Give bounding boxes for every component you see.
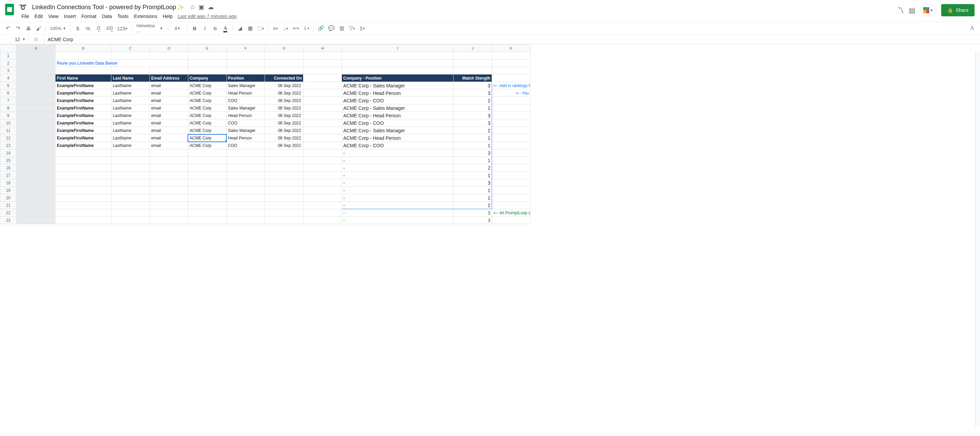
activity-icon[interactable]: 〽 [897, 6, 904, 14]
cell[interactable] [304, 209, 342, 217]
cell-company-position[interactable]: - [342, 217, 453, 224]
header-position[interactable]: Position [226, 75, 265, 82]
col-header-G[interactable]: G [265, 44, 304, 52]
star-icon[interactable]: ☆ [190, 3, 195, 11]
menu-insert[interactable]: Insert [62, 12, 78, 21]
cell-date[interactable]: 06 Sep 2022 [265, 127, 304, 134]
cell-match[interactable]: 3 [453, 82, 492, 89]
cell[interactable] [150, 157, 188, 164]
cell[interactable] [226, 172, 265, 179]
cell[interactable] [304, 157, 342, 164]
cell-company-position[interactable]: - [342, 157, 453, 164]
cell[interactable] [304, 149, 342, 157]
cell[interactable] [342, 67, 453, 75]
cell[interactable] [304, 60, 342, 67]
cell[interactable] [16, 75, 56, 82]
cell[interactable] [16, 172, 56, 179]
cell-company-position[interactable]: ACME Corp - Head Person [342, 89, 453, 97]
cell[interactable] [226, 194, 265, 202]
cell[interactable] [492, 127, 531, 134]
cell[interactable] [265, 209, 304, 217]
cell[interactable] [304, 134, 342, 142]
cell[interactable] [492, 75, 531, 82]
cell-first-name[interactable]: ExampleFirstName [56, 127, 111, 134]
cell[interactable] [111, 179, 150, 187]
cell-email[interactable]: email [150, 127, 188, 134]
cell[interactable] [453, 60, 492, 67]
share-button[interactable]: 🔒 Share [941, 4, 975, 16]
cell[interactable] [111, 194, 150, 202]
cell-position[interactable]: COO [226, 97, 265, 105]
italic-button[interactable]: I [200, 24, 209, 33]
header-last-name[interactable]: Last Name [111, 75, 150, 82]
cell[interactable] [16, 97, 56, 105]
cell-match[interactable]: 2 [453, 97, 492, 105]
cell-first-name[interactable]: ExampleFirstName [56, 142, 111, 149]
row-header[interactable]: 4 [0, 75, 16, 82]
col-header-B[interactable]: B [56, 44, 111, 52]
decrease-decimal-button[interactable]: .0̲ [94, 24, 102, 33]
cell-email[interactable]: email [150, 89, 188, 97]
cell[interactable] [111, 52, 150, 60]
row-header[interactable]: 20 [0, 194, 16, 202]
cell[interactable] [226, 67, 265, 75]
cell[interactable] [188, 187, 226, 194]
cell-company[interactable]: ACME Corp [188, 112, 226, 119]
spreadsheet-grid[interactable]: A B C D E F G H I J K 12Paste you Linked… [0, 44, 980, 426]
borders-button[interactable]: ▦ [246, 24, 255, 33]
cell-position[interactable]: Sales Manager [226, 82, 265, 89]
cell[interactable] [150, 202, 188, 209]
cell[interactable] [111, 187, 150, 194]
strike-button[interactable]: S [211, 24, 220, 33]
cell[interactable] [265, 187, 304, 194]
cell-company[interactable]: ACME Corp [188, 142, 226, 149]
cell[interactable] [16, 134, 56, 142]
cell[interactable] [56, 187, 111, 194]
font-size-input[interactable]: 8 ▼ [171, 24, 185, 33]
cell[interactable] [304, 127, 342, 134]
cell[interactable] [304, 217, 342, 224]
cell[interactable] [56, 194, 111, 202]
cell[interactable] [150, 149, 188, 157]
cell[interactable] [16, 194, 56, 202]
cell[interactable] [16, 209, 56, 217]
name-box[interactable]: 12▼ [0, 35, 29, 44]
cell-company-position[interactable]: - [342, 187, 453, 194]
cell[interactable] [188, 179, 226, 187]
cell[interactable] [492, 179, 531, 187]
cell[interactable] [111, 217, 150, 224]
merge-button[interactable]: ⬚ ▾ [256, 24, 265, 33]
cell-company-position[interactable]: ACME Corp - COO [342, 119, 453, 127]
cell[interactable] [265, 157, 304, 164]
cell[interactable] [226, 157, 265, 164]
menu-format[interactable]: Format [79, 12, 99, 21]
cell-position[interactable]: COO [226, 119, 265, 127]
cell[interactable] [492, 194, 531, 202]
cell-first-name[interactable]: ExampleFirstName [56, 105, 111, 112]
header-match[interactable]: Match Stength [453, 75, 492, 82]
cell-email[interactable]: email [150, 134, 188, 142]
cell[interactable] [226, 202, 265, 209]
row-header[interactable]: 1 [0, 52, 16, 60]
last-edit-link[interactable]: Last edit was 7 minutes ago [176, 14, 237, 19]
cell-position[interactable]: Head Person [226, 134, 265, 142]
cell[interactable] [226, 209, 265, 217]
cell-company-position[interactable]: - [342, 209, 453, 217]
zoom-select[interactable]: 100%▼ [49, 24, 67, 33]
cell[interactable] [16, 157, 56, 164]
cell-company[interactable]: ACME Corp [188, 127, 226, 134]
row-header[interactable]: 21 [0, 202, 16, 209]
cell-email[interactable]: email [150, 119, 188, 127]
formula-input[interactable]: ACME Corp [44, 37, 980, 42]
col-header-F[interactable]: F [226, 44, 265, 52]
text-color-button[interactable]: A [221, 24, 230, 33]
cell[interactable] [265, 52, 304, 60]
cell-company[interactable]: ACME Corp [188, 134, 226, 142]
cell[interactable] [304, 52, 342, 60]
sheets-logo[interactable] [3, 3, 16, 16]
print-button[interactable]: 🖶 [24, 24, 33, 33]
cell-match[interactable]: 1 [453, 142, 492, 149]
annotation[interactable]: <-- let PromptLoop solve [492, 209, 531, 217]
cell[interactable] [150, 187, 188, 194]
row-header[interactable]: 13 [0, 142, 16, 149]
